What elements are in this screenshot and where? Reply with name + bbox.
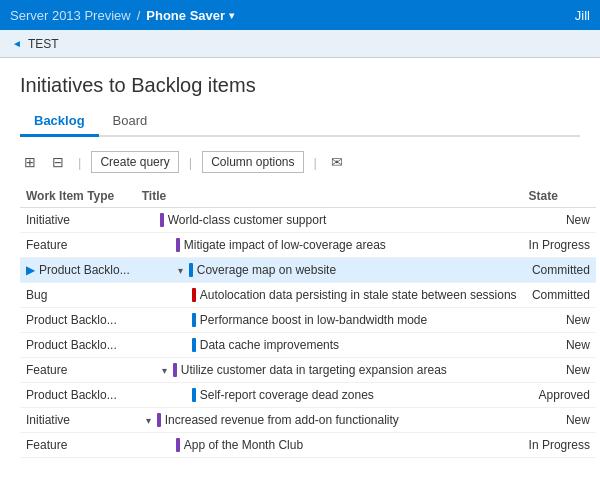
- table-header-row: Work Item Type Title State: [20, 185, 596, 208]
- current-row-arrow-icon: ▶: [26, 263, 35, 277]
- cell-type: Feature: [20, 233, 136, 258]
- cell-title[interactable]: ▾Utilize customer data in targeting expa…: [136, 358, 523, 383]
- cell-state: New: [523, 308, 596, 333]
- user-name: Jill: [575, 8, 590, 23]
- page-title: Initiatives to Backlog items: [20, 74, 580, 97]
- expand-all-button[interactable]: ⊞: [20, 152, 40, 172]
- table-row[interactable]: Initiative▾Increased revenue from add-on…: [20, 408, 596, 433]
- table-row[interactable]: FeatureMitigate impact of low-coverage a…: [20, 233, 596, 258]
- work-items-table: Work Item Type Title State InitiativeWor…: [20, 185, 596, 458]
- work-item-type-color-bar: [160, 213, 164, 227]
- cell-state: Committed: [523, 258, 596, 283]
- cell-type: Product Backlo...: [20, 333, 136, 358]
- cell-title[interactable]: App of the Month Club: [136, 433, 523, 458]
- work-item-title-text: Increased revenue from add-on functional…: [165, 413, 399, 427]
- create-query-button[interactable]: Create query: [91, 151, 178, 173]
- work-item-type-color-bar: [192, 388, 196, 402]
- cell-type: Feature: [20, 358, 136, 383]
- table-row[interactable]: FeatureApp of the Month ClubIn Progress: [20, 433, 596, 458]
- breadcrumb-text: TEST: [28, 37, 59, 51]
- tabs-container: Backlog Board: [20, 107, 580, 137]
- table-row[interactable]: InitiativeWorld-class customer supportNe…: [20, 208, 596, 233]
- work-item-title-text: App of the Month Club: [184, 438, 303, 452]
- cell-state: New: [523, 333, 596, 358]
- cell-type: Product Backlo...: [20, 383, 136, 408]
- column-options-button[interactable]: Column options: [202, 151, 303, 173]
- email-button[interactable]: ✉: [327, 152, 347, 172]
- work-item-title-text: Data cache improvements: [200, 338, 339, 352]
- work-item-title-text: Utilize customer data in targeting expan…: [181, 363, 447, 377]
- cell-title[interactable]: ▾Coverage map on website: [136, 258, 523, 283]
- collapse-toggle-icon[interactable]: ▾: [146, 415, 151, 426]
- cell-type: Feature: [20, 433, 136, 458]
- server-name: Server 2013 Preview: [10, 8, 131, 23]
- collapse-toggle-icon[interactable]: ▾: [162, 365, 167, 376]
- table-row[interactable]: Product Backlo...Performance boost in lo…: [20, 308, 596, 333]
- cell-state: Committed: [523, 283, 596, 308]
- col-header-state: State: [523, 185, 596, 208]
- work-item-title-text: Self-report coverage dead zones: [200, 388, 374, 402]
- cell-title[interactable]: ▾Increased revenue from add-on functiona…: [136, 408, 523, 433]
- col-header-type: Work Item Type: [20, 185, 136, 208]
- work-item-type-color-bar: [157, 413, 161, 427]
- nav-separator: /: [137, 8, 141, 23]
- cell-title[interactable]: Self-report coverage dead zones: [136, 383, 523, 408]
- cell-type: ▶Product Backlo...: [20, 258, 136, 283]
- work-item-type-color-bar: [192, 338, 196, 352]
- work-item-type-color-bar: [192, 288, 196, 302]
- work-item-type-color-bar: [176, 238, 180, 252]
- work-item-title-text: Autolocation data persisting in stale st…: [200, 288, 517, 302]
- cell-title[interactable]: Autolocation data persisting in stale st…: [136, 283, 523, 308]
- cell-type: Product Backlo...: [20, 308, 136, 333]
- work-item-type-color-bar: [176, 438, 180, 452]
- toolbar-separator-3: |: [314, 155, 317, 170]
- cell-type: Initiative: [20, 408, 136, 433]
- breadcrumb: ◄ TEST: [0, 30, 600, 58]
- cell-type: Initiative: [20, 208, 136, 233]
- work-item-title-text: Performance boost in low-bandwidth mode: [200, 313, 427, 327]
- table-row[interactable]: BugAutolocation data persisting in stale…: [20, 283, 596, 308]
- project-dropdown-icon[interactable]: ▾: [229, 10, 234, 21]
- cell-state: New: [523, 208, 596, 233]
- cell-state: New: [523, 408, 596, 433]
- work-item-type-color-bar: [192, 313, 196, 327]
- cell-state: New: [523, 358, 596, 383]
- main-content: Initiatives to Backlog items Backlog Boa…: [0, 58, 600, 458]
- cell-title[interactable]: Mitigate impact of low-coverage areas: [136, 233, 523, 258]
- project-name[interactable]: Phone Saver ▾: [146, 8, 234, 23]
- breadcrumb-arrow-icon: ◄: [12, 38, 22, 49]
- work-item-type-color-bar: [189, 263, 193, 277]
- cell-title[interactable]: Data cache improvements: [136, 333, 523, 358]
- work-item-title-text: Coverage map on website: [197, 263, 336, 277]
- cell-title[interactable]: Performance boost in low-bandwidth mode: [136, 308, 523, 333]
- table-row[interactable]: Product Backlo...Data cache improvements…: [20, 333, 596, 358]
- table-row[interactable]: Feature▾Utilize customer data in targeti…: [20, 358, 596, 383]
- toolbar-separator-1: |: [78, 155, 81, 170]
- cell-state: In Progress: [523, 233, 596, 258]
- top-navigation-bar: Server 2013 Preview / Phone Saver ▾ Jill: [0, 0, 600, 30]
- tab-board[interactable]: Board: [99, 107, 162, 137]
- toolbar: ⊞ ⊟ | Create query | Column options | ✉: [20, 147, 580, 177]
- work-item-type-color-bar: [173, 363, 177, 377]
- tab-backlog[interactable]: Backlog: [20, 107, 99, 137]
- cell-title[interactable]: World-class customer support: [136, 208, 523, 233]
- table-row[interactable]: ▶Product Backlo...▾Coverage map on websi…: [20, 258, 596, 283]
- collapse-toggle-icon[interactable]: ▾: [178, 265, 183, 276]
- work-item-title-text: Mitigate impact of low-coverage areas: [184, 238, 386, 252]
- cell-state: Approved: [523, 383, 596, 408]
- work-item-title-text: World-class customer support: [168, 213, 327, 227]
- col-header-title: Title: [136, 185, 523, 208]
- cell-state: In Progress: [523, 433, 596, 458]
- cell-type: Bug: [20, 283, 136, 308]
- collapse-all-button[interactable]: ⊟: [48, 152, 68, 172]
- table-row[interactable]: Product Backlo...Self-report coverage de…: [20, 383, 596, 408]
- toolbar-separator-2: |: [189, 155, 192, 170]
